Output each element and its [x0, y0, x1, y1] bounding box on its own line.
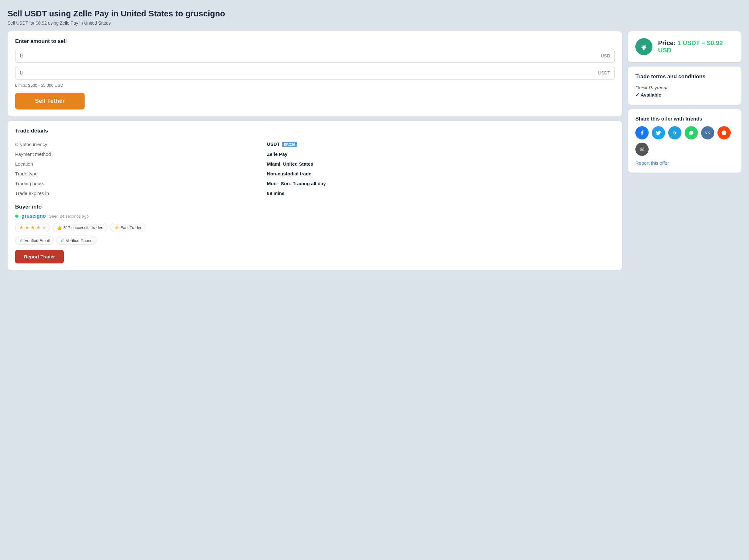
buyer-info-title: Buyer info: [15, 204, 615, 210]
trade-detail-row: Trade expires in69 mins: [15, 188, 615, 198]
verified-email-label: Verified Email: [25, 238, 49, 243]
whatsapp-share-button[interactable]: [685, 126, 698, 139]
main-layout: Enter amount to sell USD USDT Limits: $5…: [7, 31, 742, 270]
svg-point-1: [722, 131, 727, 135]
star-icon-2: ★: [25, 225, 29, 230]
online-indicator: [15, 215, 18, 218]
reddit-share-button[interactable]: [718, 126, 731, 139]
vk-icon: VK: [705, 131, 710, 135]
star-icon-1: ★: [19, 225, 23, 230]
vk-share-button[interactable]: VK: [701, 126, 714, 139]
price-text: Price: 1 USDT = $0.92 USD: [658, 40, 734, 54]
trade-details-table: CryptocurrencyUSDTERC20Payment methodZel…: [15, 139, 615, 198]
verified-phone-badge: ✔ Verified Phone: [56, 236, 97, 245]
thumbsup-icon: 👍: [57, 225, 62, 230]
check-phone-icon: ✔: [60, 238, 64, 243]
buyer-seen: Seen 24 seconds ago: [49, 214, 89, 219]
trade-detail-value: Non-custodial trade: [267, 169, 615, 179]
trade-detail-value: USDTERC20: [267, 139, 615, 149]
limits-text: Limits: $500 - $5,000 USD: [15, 83, 615, 88]
lightning-icon: ⚡: [114, 225, 119, 230]
twitter-share-button[interactable]: [652, 126, 665, 139]
trade-detail-value: Zelle Pay: [267, 149, 615, 159]
price-label: Price:: [658, 40, 676, 46]
share-card: Share this offer with friends ✈ VK: [628, 109, 742, 173]
trade-detail-label: Payment method: [15, 149, 267, 159]
star-icon-4: ★: [36, 225, 40, 230]
successful-trades-badge: 👍 317 successful trades: [53, 223, 107, 232]
trade-detail-row: Payment methodZelle Pay: [15, 149, 615, 159]
facebook-share-button[interactable]: [635, 126, 649, 139]
trade-terms-card: Trade terms and conditions Quick Payment…: [628, 67, 742, 105]
verified-phone-label: Verified Phone: [66, 238, 92, 243]
trade-detail-row: LocationMiami, United States: [15, 159, 615, 169]
usd-input[interactable]: [15, 49, 615, 63]
star-icon-3: ★: [30, 225, 35, 230]
badges-row: ★ ★ ★ ★ ★ 👍 317 successful trades ⚡ Fast…: [15, 223, 615, 232]
verified-badges-row: ✔ Verified Email ✔ Verified Phone: [15, 236, 615, 245]
left-column: Enter amount to sell USD USDT Limits: $5…: [7, 31, 622, 270]
fast-trader-label: Fast Trader: [121, 225, 142, 230]
sell-tether-button[interactable]: Sell Tether: [15, 93, 85, 110]
price-card: Price: 1 USDT = $0.92 USD: [628, 31, 742, 62]
page-subtitle: Sell USDT for $0.92 using Zelle Pay in U…: [7, 21, 742, 26]
trade-detail-value: Mon - Sun: Trading all day: [267, 179, 615, 188]
page-header: Sell USDT using Zelle Pay in United Stat…: [7, 9, 742, 26]
verified-email-badge: ✔ Verified Email: [15, 236, 53, 245]
share-title: Share this offer with friends: [635, 116, 734, 122]
trade-details-title: Trade details: [15, 128, 615, 134]
trade-detail-label: Location: [15, 159, 267, 169]
star-rating-badge: ★ ★ ★ ★ ★: [15, 223, 50, 232]
report-trader-button[interactable]: Report Trader: [15, 250, 64, 264]
trade-details-card: Trade details CryptocurrencyUSDTERC20Pay…: [7, 121, 622, 270]
telegram-icon: ✈: [673, 130, 677, 136]
trade-condition: Quick Payment: [635, 85, 734, 90]
report-offer-link[interactable]: Report this offer: [635, 160, 669, 166]
buyer-username[interactable]: gruscigno: [21, 213, 46, 219]
trade-detail-value: Miami, United States: [267, 159, 615, 169]
telegram-share-button[interactable]: ✈: [668, 126, 682, 139]
successful-trades-label: 317 successful trades: [63, 225, 103, 230]
trade-detail-label: Trade expires in: [15, 188, 267, 198]
star-icon-5: ★: [42, 225, 46, 230]
trade-terms-title: Trade terms and conditions: [635, 73, 734, 80]
trade-detail-row: Trade typeNon-custodial trade: [15, 169, 615, 179]
trade-detail-label: Cryptocurrency: [15, 139, 267, 149]
trade-detail-label: Trading hours: [15, 179, 267, 188]
usdt-input[interactable]: [15, 66, 615, 80]
check-email-icon: ✔: [19, 238, 23, 243]
tether-icon: [635, 38, 652, 55]
erc20-badge: ERC20: [282, 142, 297, 147]
trade-detail-label: Trade type: [15, 169, 267, 179]
available-status: ✓ Available: [635, 92, 734, 98]
trade-detail-row: CryptocurrencyUSDTERC20: [15, 139, 615, 149]
right-column: Price: 1 USDT = $0.92 USD Trade terms an…: [628, 31, 742, 173]
buyer-row: gruscigno Seen 24 seconds ago: [15, 213, 615, 219]
email-share-button[interactable]: ✉: [635, 142, 649, 156]
usdt-input-group: USDT: [15, 66, 615, 80]
fast-trader-badge: ⚡ Fast Trader: [110, 223, 146, 232]
amount-label: Enter amount to sell: [15, 38, 615, 44]
usd-input-group: USD: [15, 49, 615, 63]
social-buttons-row: ✈ VK ✉: [635, 126, 734, 156]
trade-detail-row: Trading hoursMon - Sun: Trading all day: [15, 179, 615, 188]
enter-amount-card: Enter amount to sell USD USDT Limits: $5…: [7, 31, 622, 116]
trade-detail-value: 69 mins: [267, 188, 615, 198]
email-icon: ✉: [640, 146, 644, 153]
page-title: Sell USDT using Zelle Pay in United Stat…: [7, 9, 742, 19]
